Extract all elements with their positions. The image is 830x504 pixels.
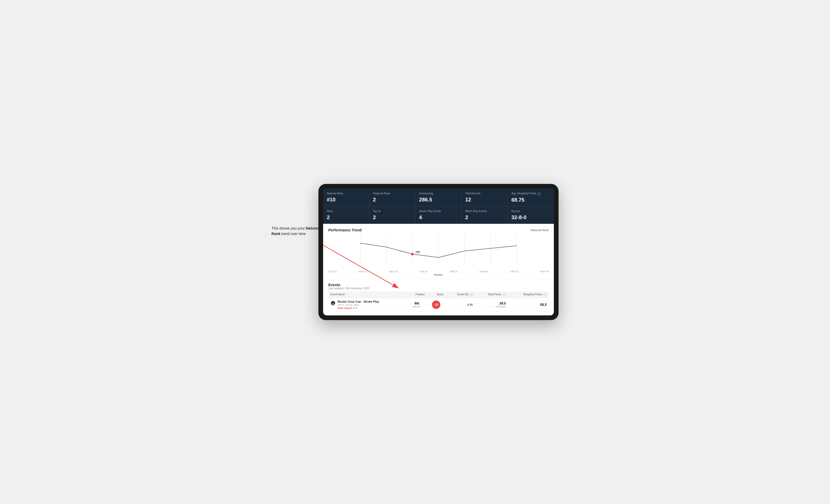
golf-icon: ⛳ — [330, 301, 336, 306]
stat-top3s-value: 2 — [373, 214, 412, 221]
td-position: 6th out of 7 — [407, 298, 427, 311]
stat-national-rank: National Rank #10 — [323, 189, 369, 206]
stat-record: Record 32-8-0 — [508, 206, 554, 224]
events-header: Events Last updated: 24th November 2023 — [328, 283, 549, 290]
annotation-text-end: trend over time — [280, 232, 306, 236]
info-icon-avg-weighted[interactable]: i — [537, 192, 541, 195]
th-total-points: Total Points i — [475, 292, 508, 298]
annotation: This shows you your National Rank trend … — [272, 226, 329, 237]
x-label-feb24: FEB 24 — [449, 270, 457, 273]
stat-scoring-avg-label: Scoring Avg. — [419, 192, 458, 195]
stat-record-value: 32-8-0 — [511, 214, 550, 221]
info-icon-event-sg[interactable]: i — [470, 293, 473, 296]
x-label-may24: MAY 24 — [541, 270, 549, 273]
events-section: Events Last updated: 24th November 2023 … — [323, 279, 554, 315]
rank-direction-icon: ▼ — [355, 307, 358, 309]
chart-svg: #10 — [328, 235, 549, 269]
score-badge: -22 — [432, 301, 440, 309]
stat-match-play-events: Match Play Events 2 — [461, 206, 508, 224]
total-points-sub: 3 Rounds — [477, 305, 506, 308]
th-event-sg: Event SG i — [446, 292, 475, 298]
table-header-row: Event Name Position Score Event SG i Tot… — [328, 292, 549, 298]
stat-total-rounds: Total Rounds 12 — [461, 189, 508, 206]
stat-wins-value: 2 — [327, 214, 365, 221]
stat-avg-weighted-points-value: 68.75 — [511, 197, 550, 203]
x-label-oct23: OCT 23 — [328, 270, 337, 273]
td-weighted-points: 28.3 — [508, 298, 549, 311]
chart-x-labels: OCT 23 NOV 23 DEC 23 JAN 24 FEB 24 MAR 2… — [328, 269, 549, 273]
stat-match-play-value: 2 — [465, 214, 504, 221]
th-score: Score — [427, 292, 446, 298]
chart-section: Performance Trend National Rank — [323, 224, 554, 279]
x-label-dec23: DEC 23 — [389, 270, 397, 273]
x-label-mar24: MAR 24 — [479, 270, 488, 273]
stat-stroke-play-events: Stroke Play Events 4 — [416, 206, 462, 224]
stat-national-rank-label: National Rank — [327, 192, 365, 195]
x-label-nov23: NOV 23 — [359, 270, 367, 273]
td-event-sg: 0.45 — [446, 298, 475, 311]
x-label-apr24: APR 24 — [510, 270, 518, 273]
td-score: -22 — [427, 298, 446, 311]
stat-record-label: Record — [511, 209, 550, 213]
stat-total-rounds-label: Total Rounds — [465, 192, 504, 195]
td-total-points: 28.3 3 Rounds — [475, 298, 508, 311]
outer-wrapper: This shows you your National Rank trend … — [272, 184, 558, 320]
event-name-text: Buster Cozy Cup - Stroke Play — [338, 300, 379, 303]
position-sub: out of 7 — [409, 305, 425, 308]
tablet-device: National Rank #10 Regional Rank 2 Scorin… — [318, 184, 558, 320]
stat-national-rank-value: #10 — [327, 197, 365, 203]
rank-impact: Rank Impact: 3 ▼ — [338, 307, 379, 309]
chart-marker-dot — [411, 253, 414, 256]
td-event-name: ⛳ Buster Cozy Cup - Stroke Play Oct 9 - … — [328, 298, 407, 311]
event-name-cell: ⛳ Buster Cozy Cup - Stroke Play Oct 9 - … — [330, 300, 405, 309]
event-date: Oct 9 - Oct 10, 2023 — [338, 304, 379, 306]
event-details: Buster Cozy Cup - Stroke Play Oct 9 - Oc… — [338, 300, 379, 309]
th-event-name: Event Name — [328, 292, 407, 298]
th-position: Position — [407, 292, 427, 298]
stat-regional-rank-label: Regional Rank — [373, 192, 412, 195]
stats-row-2: Wins 2 Top 3s 2 Stroke Play Events 4 Mat… — [323, 206, 554, 224]
events-last-updated: Last updated: 24th November 2023 — [328, 287, 549, 290]
stat-scoring-avg-value: 286.5 — [419, 197, 458, 203]
th-weighted-points: Weighted Points i — [508, 292, 549, 298]
events-title: Events — [328, 283, 549, 287]
position-value: 6th — [409, 302, 425, 305]
info-icon-total-points[interactable]: i — [503, 293, 506, 296]
stat-total-rounds-value: 12 — [465, 197, 504, 203]
stat-scoring-avg: Scoring Avg. 286.5 — [416, 189, 462, 206]
chart-header: Performance Trend National Rank — [328, 228, 549, 232]
stat-top3s: Top 3s 2 — [369, 206, 416, 224]
stat-avg-weighted-points: Avg. Weighted Points i 68.75 — [508, 189, 554, 206]
stat-match-play-label: Match Play Events — [465, 209, 504, 213]
events-table: Event Name Position Score Event SG i Tot… — [328, 292, 549, 312]
stat-stroke-play-value: 4 — [419, 214, 458, 221]
stat-regional-rank-value: 2 — [373, 197, 412, 203]
x-label-jan24: JAN 24 — [420, 270, 427, 273]
stat-avg-weighted-points-label: Avg. Weighted Points i — [511, 192, 550, 195]
stats-row-1: National Rank #10 Regional Rank 2 Scorin… — [323, 189, 554, 206]
svg-text:⛳: ⛳ — [331, 302, 335, 305]
chart-legend: National Rank — [531, 229, 549, 232]
stat-regional-rank: Regional Rank 2 — [369, 189, 416, 206]
tablet-screen: National Rank #10 Regional Rank 2 Scorin… — [323, 189, 554, 315]
chart-marker-label: #10 — [416, 251, 420, 254]
stat-top3s-label: Top 3s — [373, 209, 412, 213]
total-points-main: 28.3 — [477, 302, 506, 305]
stat-wins: Wins 2 — [323, 206, 369, 224]
stat-wins-label: Wins — [327, 209, 365, 213]
annotation-text-start: This shows you your — [272, 226, 306, 230]
stat-stroke-play-label: Stroke Play Events — [419, 209, 458, 213]
chart-area: #10 — [328, 235, 549, 269]
chart-x-title: Months — [328, 273, 549, 276]
table-row: ⛳ Buster Cozy Cup - Stroke Play Oct 9 - … — [328, 298, 549, 311]
info-icon-weighted-points[interactable]: i — [543, 293, 547, 296]
chart-title: Performance Trend — [328, 228, 362, 232]
